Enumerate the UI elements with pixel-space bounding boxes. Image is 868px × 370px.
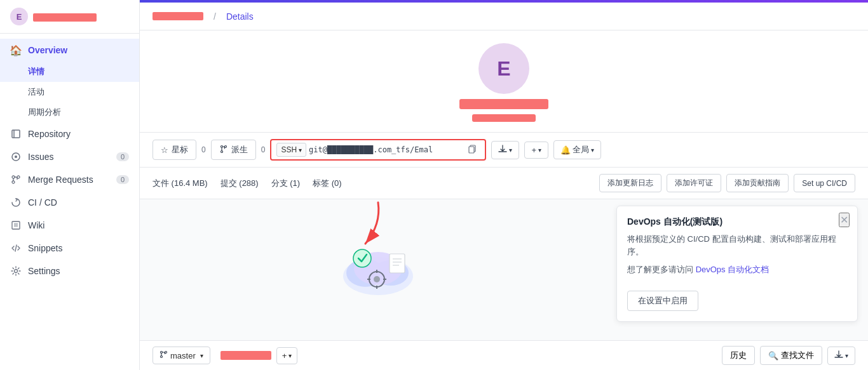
fork-label: 派生 <box>231 144 248 155</box>
snippets-icon <box>10 242 22 254</box>
svg-rect-27 <box>390 254 405 273</box>
add-dropdown-button[interactable]: + ▾ <box>524 142 548 159</box>
profile-section: E <box>140 30 868 133</box>
merge-badge: 0 <box>116 175 129 184</box>
branches-stat[interactable]: 分支 (1) <box>271 178 301 189</box>
new-file-button[interactable]: + ▾ <box>276 347 298 364</box>
commits-stat[interactable]: 提交 (288) <box>220 178 259 189</box>
find-file-label: 查找文件 <box>781 350 814 361</box>
sidebar-item-issues[interactable]: Issues 0 <box>0 145 139 168</box>
breadcrumb-separator: / <box>214 11 216 22</box>
devops-docs-link[interactable]: DevOps 自动化文档 <box>696 265 770 274</box>
profile-sub <box>472 114 536 122</box>
profile-avatar: E <box>478 43 529 94</box>
sidebar-item-merge-requests[interactable]: Merge Requests 0 <box>0 168 139 191</box>
project-avatar: E <box>10 8 28 25</box>
history-button[interactable]: 历史 <box>722 346 755 365</box>
sidebar-item-cicd[interactable]: CI / CD <box>0 191 139 214</box>
plus-icon: + <box>282 351 287 360</box>
svg-point-3 <box>15 155 17 158</box>
cicd-icon <box>10 197 22 208</box>
add-contrib-button[interactable]: 添加贡献指南 <box>726 174 789 192</box>
sidebar-item-wiki-label: Wiki <box>28 220 44 230</box>
notification-button[interactable]: 🔔 全局 ▾ <box>553 140 601 159</box>
clone-dropdown-button[interactable]: ▾ <box>491 141 519 159</box>
sidebar-item-activity[interactable]: 活动 <box>0 82 139 102</box>
search-icon: 🔍 <box>768 351 778 360</box>
svg-point-6 <box>12 181 15 183</box>
add-changelog-button[interactable]: 添加更新日志 <box>599 174 661 192</box>
ssh-label: SSH <box>281 145 297 154</box>
clone-chevron-icon: ▾ <box>509 147 512 154</box>
sidebar-item-settings-label: Settings <box>28 266 60 276</box>
breadcrumb-active: Details <box>226 11 254 22</box>
ssh-clone-box: SSH ▾ git@██████████.com_tfs/Emal <box>270 139 486 161</box>
sidebar-item-wiki[interactable]: Wiki <box>0 214 139 237</box>
bell-icon: 🔔 <box>560 145 571 155</box>
project-name <box>33 11 97 21</box>
svg-rect-7 <box>12 221 20 229</box>
devops-enable-button[interactable]: 在设置中启用 <box>627 291 698 311</box>
sidebar-item-details-label: 详情 <box>28 67 44 76</box>
sidebar-item-overview-label: Overview <box>28 45 67 55</box>
svg-point-34 <box>161 356 163 358</box>
add-chevron-icon: ▾ <box>538 147 541 154</box>
fork-button[interactable]: 派生 <box>211 140 256 160</box>
home-icon: 🏠 <box>10 44 22 56</box>
devops-description: 将根据预定义的 CI/CD 配置自动构建、测试和部署应用程序。 <box>627 233 847 258</box>
svg-point-13 <box>220 150 222 152</box>
ssh-chevron-icon: ▾ <box>299 147 302 154</box>
setup-cicd-button[interactable]: Set up CI/CD <box>794 174 855 192</box>
sidebar: E 🏠 Overview 详情 活动 周期分析 <box>0 0 140 370</box>
bottom-clone-icon <box>834 350 843 361</box>
copy-button[interactable] <box>466 143 480 157</box>
sidebar-item-snippets[interactable]: Snippets <box>0 237 139 260</box>
sidebar-item-details[interactable]: 详情 <box>0 62 139 82</box>
main-header: / Details <box>140 3 868 30</box>
notification-label: 全局 <box>573 144 589 155</box>
branch-commit-redacted <box>220 351 271 360</box>
wiki-icon <box>10 220 22 231</box>
settings-icon <box>10 265 22 277</box>
branch-name: master <box>170 351 196 360</box>
add-license-button[interactable]: 添加许可证 <box>667 174 721 192</box>
star-button[interactable]: ☆ 星标 <box>153 140 196 160</box>
svg-rect-0 <box>12 130 20 138</box>
svg-point-21 <box>374 276 380 282</box>
sidebar-item-issues-label: Issues <box>28 152 53 162</box>
tags-stat[interactable]: 标签 (0) <box>313 178 342 189</box>
sidebar-item-repository-label: Repository <box>28 129 71 139</box>
issues-icon <box>10 151 22 162</box>
svg-point-4 <box>12 176 15 178</box>
notification-chevron-icon: ▾ <box>591 147 594 154</box>
sidebar-nav: 🏠 Overview 详情 活动 周期分析 Reposito <box>0 34 139 370</box>
branch-chevron-icon: ▾ <box>200 352 203 359</box>
sidebar-item-cicd-label: CI / CD <box>28 197 57 208</box>
sidebar-item-analysis[interactable]: 周期分析 <box>0 102 139 122</box>
bottom-clone-button[interactable]: ▾ <box>827 347 855 365</box>
svg-point-10 <box>15 270 18 273</box>
bottom-clone-chevron-icon: ▾ <box>845 352 848 359</box>
sidebar-item-repository[interactable]: Repository <box>0 122 139 145</box>
stats-bar: 文件 (16.4 MB) 提交 (288) 分支 (1) 标签 (0) 添加更新… <box>140 168 868 199</box>
action-bar: ☆ 星标 0 派生 0 SSH <box>140 133 868 168</box>
sidebar-item-overview[interactable]: 🏠 Overview <box>0 39 139 62</box>
devops-popup: ✕ DevOps 自动化(测试版) 将根据预定义的 CI/CD 配置自动构建、测… <box>616 206 858 322</box>
merge-icon <box>10 174 22 185</box>
star-count: 0 <box>201 145 206 154</box>
ssh-dropdown[interactable]: SSH ▾ <box>276 143 306 157</box>
find-file-button[interactable]: 🔍 查找文件 <box>760 346 822 365</box>
devops-title: DevOps 自动化(测试版) <box>627 216 847 228</box>
devops-close-button[interactable]: ✕ <box>839 213 850 227</box>
branch-selector[interactable]: master ▾ <box>153 347 210 364</box>
sidebar-item-merge-label: Merge Requests <box>28 175 93 185</box>
sidebar-header: E <box>0 0 139 34</box>
ssh-url-text: git@██████████.com_tfs/Emal <box>309 145 463 154</box>
fork-count: 0 <box>261 145 266 154</box>
add-buttons-group: 添加更新日志 添加许可证 添加贡献指南 Set up CI/CD <box>599 174 855 192</box>
breadcrumb-part1 <box>153 12 203 20</box>
sidebar-item-settings[interactable]: Settings <box>0 260 139 282</box>
sidebar-item-snippets-label: Snippets <box>28 243 62 253</box>
files-stat[interactable]: 文件 (16.4 MB) <box>153 178 208 189</box>
issues-badge: 0 <box>116 152 129 161</box>
